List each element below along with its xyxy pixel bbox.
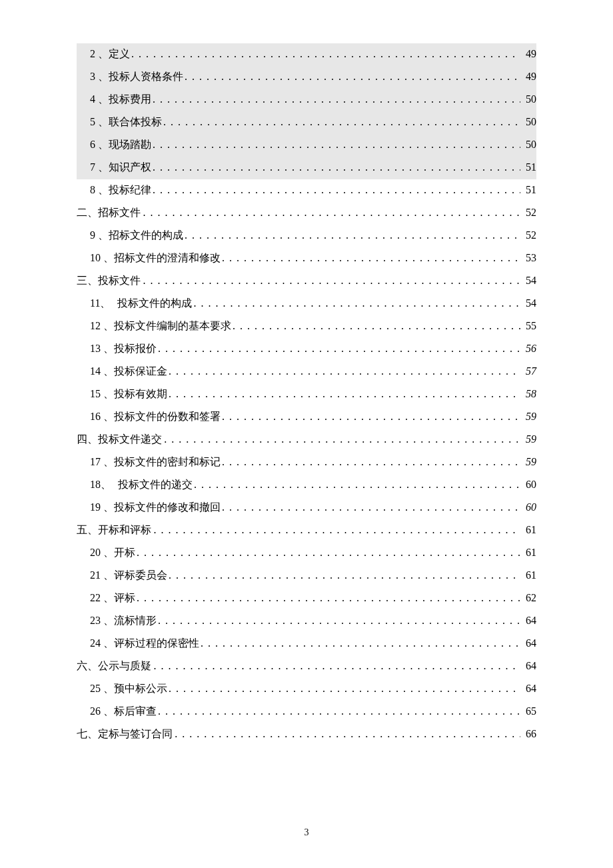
toc-number: 5 、 — [90, 117, 109, 127]
toc-page: 49 — [520, 49, 536, 59]
toc-page: 54 — [520, 298, 536, 309]
toc-page: 51 — [520, 162, 536, 173]
toc-label: 投标文件的构成 — [117, 298, 192, 309]
toc-entry: 17 、投标文件的密封和标记59 — [77, 451, 536, 474]
toc-page: 64 — [520, 638, 536, 649]
toc-label: 公示与质疑 — [98, 661, 151, 671]
toc-leader-dots — [151, 94, 520, 105]
toc-number: 12 、 — [90, 321, 114, 331]
toc-page: 60 — [520, 479, 536, 490]
toc-leader-dots — [221, 457, 520, 467]
toc-leader-dots — [221, 411, 520, 422]
toc-number: 20 、 — [90, 547, 114, 558]
toc-number: 7 、 — [90, 162, 109, 173]
toc-label: 投标报价 — [114, 343, 157, 354]
toc-entry: 25 、预中标公示64 — [77, 678, 536, 701]
toc-leader-dots — [221, 502, 520, 513]
toc-entry: 10 、招标文件的澄清和修改53 — [77, 247, 536, 270]
toc-entry: 8 、投标纪律51 — [77, 179, 536, 202]
toc-label: 投标文件递交 — [98, 434, 162, 445]
toc-leader-dots — [231, 321, 520, 331]
toc-leader-dots — [152, 661, 520, 671]
toc-page: 59 — [520, 411, 536, 422]
toc-number: 五、 — [77, 525, 98, 535]
toc-entry: 七、定标与签订合同 66 — [77, 723, 536, 746]
toc-entry: 15 、投标有效期58 — [77, 383, 536, 406]
toc-label: 投标文件的修改和撤回 — [114, 502, 221, 513]
toc-page: 58 — [520, 389, 536, 399]
toc-number: 二、 — [77, 207, 98, 218]
toc-number: 8 、 — [90, 185, 109, 195]
toc-number: 15 、 — [90, 389, 114, 399]
toc-page: 66 — [520, 729, 536, 739]
toc-entry: 22 、评标62 — [77, 587, 536, 610]
toc-leader-dots — [167, 570, 520, 581]
toc-entry: 6 、现场踏勘50 — [77, 134, 536, 157]
toc-page: 49 — [520, 71, 536, 82]
toc-label: 投标保证金 — [114, 366, 167, 377]
toc-entry: 五、开标和评标 61 — [77, 519, 536, 542]
toc-leader-dots — [183, 230, 520, 241]
toc-label: 流标情形 — [114, 615, 157, 626]
toc-label: 知识产权 — [109, 162, 151, 173]
toc-label: 评标委员会 — [114, 570, 167, 581]
toc-number: 4 、 — [90, 94, 109, 105]
toc-number: 26 、 — [90, 706, 114, 717]
toc-leader-dots — [152, 525, 520, 535]
toc-number: 23 、 — [90, 615, 114, 626]
toc-number: 七、 — [77, 729, 98, 739]
toc-entry: 二、招标文件 52 — [77, 202, 536, 225]
toc-number: 三、 — [77, 275, 98, 286]
toc-page: 57 — [520, 366, 536, 377]
toc-number: 21 、 — [90, 570, 114, 581]
toc-number: 22 、 — [90, 593, 114, 603]
toc-page: 50 — [520, 94, 536, 105]
toc-leader-dots — [167, 389, 520, 399]
toc-leader-dots — [157, 706, 520, 717]
toc-leader-dots — [157, 343, 520, 354]
toc-label: 现场踏勘 — [109, 139, 151, 150]
toc-label: 评标过程的保密性 — [114, 638, 199, 649]
page-number: 3 — [0, 827, 613, 838]
toc-page: 51 — [520, 185, 536, 195]
toc-leader-dots — [135, 547, 520, 558]
toc-label: 评标 — [114, 593, 135, 603]
toc-leader-dots — [192, 298, 520, 309]
toc-leader-dots — [167, 683, 520, 694]
toc-leader-dots — [167, 366, 520, 377]
toc-number: 18、 — [90, 479, 111, 490]
toc-number: 24 、 — [90, 638, 114, 649]
toc-leader-dots — [130, 49, 520, 59]
toc-leader-dots — [157, 615, 520, 626]
toc-page: 60 — [520, 502, 536, 513]
toc-entry: 13 、投标报价56 — [77, 338, 536, 361]
toc-label: 投标人资格条件 — [109, 71, 183, 82]
toc-entry: 20 、开标61 — [77, 542, 536, 565]
toc-page: 62 — [520, 593, 536, 603]
toc-page: 50 — [520, 139, 536, 150]
toc-page: 53 — [520, 253, 536, 263]
toc-label: 招标文件 — [98, 207, 141, 218]
toc-label: 投标文件的递交 — [118, 479, 193, 490]
toc-page: 64 — [520, 661, 536, 671]
toc-label: 投标费用 — [109, 94, 151, 105]
toc-entry: 26 、标后审查65 — [77, 701, 536, 723]
toc-number: 2 、 — [90, 49, 109, 59]
toc-label: 招标文件的构成 — [109, 230, 183, 241]
toc-entry: 23 、流标情形64 — [77, 610, 536, 633]
toc-page: 65 — [520, 706, 536, 717]
toc-leader-dots — [141, 275, 520, 286]
toc-number: 3 、 — [90, 71, 109, 82]
toc-number: 四、 — [77, 434, 98, 445]
toc-label: 联合体投标 — [109, 117, 162, 127]
toc-leader-dots — [199, 638, 520, 649]
toc-number: 14 、 — [90, 366, 114, 377]
toc-entry: 六、公示与质疑 64 — [77, 655, 536, 678]
toc-leader-dots — [151, 162, 520, 173]
toc-entry: 三、投标文件 54 — [77, 270, 536, 293]
toc-label: 投标文件的密封和标记 — [114, 457, 221, 467]
toc-label: 投标文件的份数和签署 — [114, 411, 221, 422]
toc-number: 六、 — [77, 661, 98, 671]
toc-number: 11、 — [90, 298, 111, 309]
toc-page: 56 — [520, 343, 536, 354]
